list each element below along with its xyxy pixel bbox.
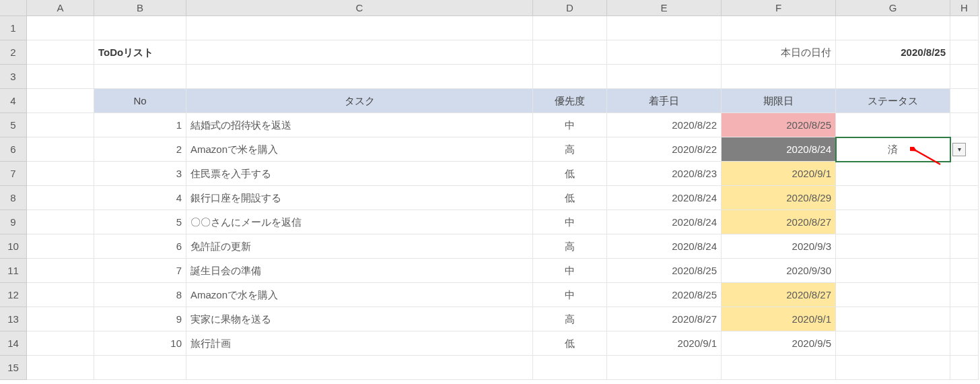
cell-task[interactable]: 結婚式の招待状を返送 <box>186 113 533 137</box>
cell[interactable] <box>950 113 979 137</box>
cell-start[interactable]: 2020/8/23 <box>607 162 722 186</box>
row-header-1[interactable]: 1 <box>0 16 27 40</box>
cell[interactable] <box>186 40 533 65</box>
cell-start[interactable]: 2020/8/24 <box>607 210 722 234</box>
cell[interactable] <box>27 210 94 234</box>
cell[interactable] <box>950 356 979 380</box>
cell-no[interactable]: 8 <box>94 283 186 307</box>
cell[interactable] <box>722 16 836 40</box>
cell[interactable] <box>950 186 979 210</box>
col-header-B[interactable]: B <box>94 0 186 16</box>
cell[interactable] <box>27 137 94 162</box>
cell[interactable] <box>94 65 186 89</box>
cell-priority[interactable]: 低 <box>533 186 607 210</box>
cell-priority[interactable]: 低 <box>533 162 607 186</box>
cell[interactable] <box>950 283 979 307</box>
col-header-A[interactable]: A <box>27 0 94 16</box>
cell[interactable] <box>27 40 94 65</box>
cell[interactable] <box>27 259 94 283</box>
cell-due[interactable]: 2020/9/1 <box>722 307 836 331</box>
cell-start[interactable]: 2020/8/24 <box>607 234 722 259</box>
cell-start[interactable]: 2020/8/24 <box>607 186 722 210</box>
cell-due[interactable]: 2020/9/5 <box>722 331 836 356</box>
cell-due[interactable]: 2020/8/29 <box>722 186 836 210</box>
cell[interactable] <box>186 65 533 89</box>
cell[interactable] <box>27 113 94 137</box>
cell[interactable] <box>94 16 186 40</box>
cell[interactable] <box>950 210 979 234</box>
cell-start[interactable]: 2020/8/22 <box>607 137 722 162</box>
cell-no[interactable]: 10 <box>94 331 186 356</box>
row-header-15[interactable]: 15 <box>0 356 27 380</box>
cell[interactable] <box>607 40 722 65</box>
row-header-12[interactable]: 12 <box>0 283 27 307</box>
cell[interactable] <box>27 283 94 307</box>
cell[interactable] <box>950 234 979 259</box>
cell[interactable] <box>27 65 94 89</box>
cell-status[interactable] <box>836 162 950 186</box>
cell-due[interactable]: 2020/8/27 <box>722 210 836 234</box>
cell[interactable] <box>950 65 979 89</box>
cell-start[interactable]: 2020/8/27 <box>607 307 722 331</box>
cell-status[interactable] <box>836 259 950 283</box>
today-label[interactable]: 本日の日付 <box>722 40 836 65</box>
cell[interactable] <box>27 307 94 331</box>
cell-task[interactable]: 誕生日会の準備 <box>186 259 533 283</box>
cell-priority[interactable]: 高 <box>533 234 607 259</box>
cell[interactable] <box>950 259 979 283</box>
cell[interactable] <box>950 40 979 65</box>
cell-due[interactable]: 2020/8/27 <box>722 283 836 307</box>
cell-no[interactable]: 4 <box>94 186 186 210</box>
cell[interactable] <box>607 65 722 89</box>
cell[interactable] <box>722 65 836 89</box>
cell[interactable] <box>94 356 186 380</box>
cell-priority[interactable]: 中 <box>533 113 607 137</box>
cell-task[interactable]: 〇〇さんにメールを返信 <box>186 210 533 234</box>
table-header-status[interactable]: ステータス <box>836 89 950 113</box>
dropdown-button[interactable]: ▾ <box>952 143 966 156</box>
cell-status[interactable] <box>836 113 950 137</box>
cell-no[interactable]: 6 <box>94 234 186 259</box>
cell[interactable] <box>27 356 94 380</box>
cell-status[interactable]: 済▾ <box>836 137 950 162</box>
row-header-8[interactable]: 8 <box>0 186 27 210</box>
cell-priority[interactable]: 低 <box>533 331 607 356</box>
col-header-G[interactable]: G <box>836 0 950 16</box>
table-header-no[interactable]: No <box>94 89 186 113</box>
title-cell[interactable]: ToDoリスト <box>94 40 186 65</box>
cell[interactable] <box>607 356 722 380</box>
cell-status[interactable] <box>836 186 950 210</box>
cell-start[interactable]: 2020/8/25 <box>607 259 722 283</box>
col-header-H[interactable]: H <box>950 0 979 16</box>
cell-priority[interactable]: 高 <box>533 307 607 331</box>
cell-task[interactable]: 銀行口座を開設する <box>186 186 533 210</box>
cell-start[interactable]: 2020/8/25 <box>607 283 722 307</box>
cell[interactable] <box>27 16 94 40</box>
cell[interactable] <box>722 356 836 380</box>
cell[interactable] <box>950 162 979 186</box>
col-header-F[interactable]: F <box>722 0 836 16</box>
row-header-11[interactable]: 11 <box>0 259 27 283</box>
col-header-D[interactable]: D <box>533 0 607 16</box>
col-header-E[interactable]: E <box>607 0 722 16</box>
cell[interactable] <box>27 331 94 356</box>
cell[interactable] <box>950 89 979 113</box>
cell-due[interactable]: 2020/8/25 <box>722 113 836 137</box>
cell-no[interactable]: 1 <box>94 113 186 137</box>
row-header-4[interactable]: 4 <box>0 89 27 113</box>
cell-priority[interactable]: 高 <box>533 137 607 162</box>
row-header-9[interactable]: 9 <box>0 210 27 234</box>
cell[interactable] <box>533 16 607 40</box>
cell-task[interactable]: 免許証の更新 <box>186 234 533 259</box>
cell[interactable] <box>27 186 94 210</box>
cell[interactable] <box>533 40 607 65</box>
cell-priority[interactable]: 中 <box>533 283 607 307</box>
cell[interactable] <box>836 65 950 89</box>
cell[interactable] <box>607 16 722 40</box>
row-header-5[interactable]: 5 <box>0 113 27 137</box>
cell[interactable] <box>533 65 607 89</box>
cell-task[interactable]: Amazonで水を購入 <box>186 283 533 307</box>
cell-due[interactable]: 2020/9/30 <box>722 259 836 283</box>
cell-priority[interactable]: 中 <box>533 210 607 234</box>
table-header-priority[interactable]: 優先度 <box>533 89 607 113</box>
